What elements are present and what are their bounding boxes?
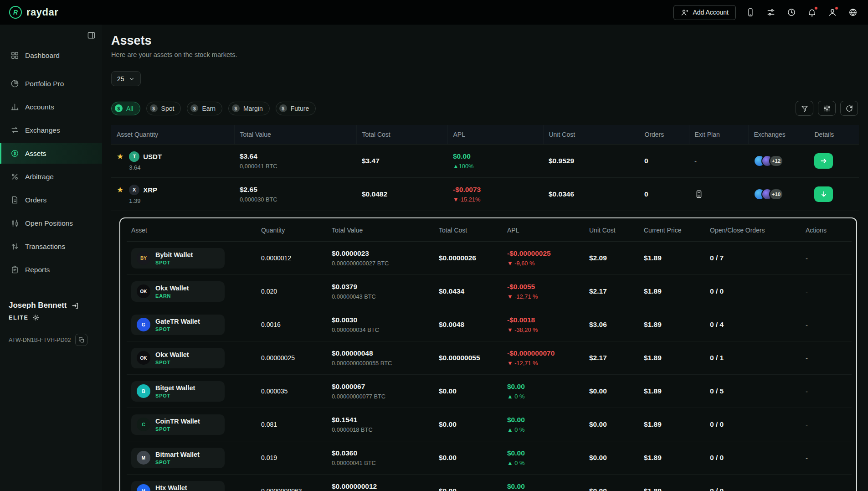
brand[interactable]: R raydar [9,6,58,19]
mobile-app-button[interactable] [745,6,756,18]
wallet-total-value-btc: 0.00000041 BTC [332,460,430,466]
filter-pill-margin[interactable]: $ Margin [228,102,270,115]
wallet-total-cost: $0.00 [439,487,498,491]
favorite-star-icon[interactable]: ★ [117,186,123,194]
exit-plan-value: - [694,157,697,165]
page-size-select[interactable]: 25 [111,71,141,86]
add-account-button[interactable]: Add Account [673,5,736,20]
sidebar-item-exchanges[interactable]: Exchanges [0,120,102,140]
wallets-table: AssetQuantityTotal ValueTotal CostAPLUni… [127,219,852,491]
wallet-name: CoinTR Wallet [155,418,200,425]
wallet-actions: - [806,487,847,491]
user-plus-icon [681,9,688,16]
wallet-actions: - [806,321,847,329]
filter-pill-earn[interactable]: $ Earn [187,102,222,115]
wallet-apl-cell: $0.00 ▲ 0 % [507,482,580,491]
wallet-name: Bitget Wallet [155,384,195,392]
wallet-type-badge: SPOT [155,426,200,432]
column-header: Details [809,125,859,145]
exchanges-avatars[interactable]: +12 [754,155,803,167]
wallet-row: M Bitmart Wallet SPOT 0.019 [127,441,852,475]
language-button[interactable] [847,6,859,18]
wallet-apl-cell: $0.00 ▲ 0 % [507,416,580,433]
sidebar-item-label: Orders [25,196,46,204]
filter-button[interactable] [796,101,813,116]
sidebar-item-label: Portfolio Pro [25,80,64,88]
assets-table-header-row: Asset QuantityTotal ValueTotal CostAPLUn… [111,125,859,145]
filter-label: All [126,105,134,112]
sidebar-item-open-positions[interactable]: Open Positions [0,213,102,233]
sidebar-collapse-button[interactable] [87,31,96,40]
sidebar-item-portfolio-pro[interactable]: Portfolio Pro [0,73,102,94]
topbar-actions: Add Account [673,5,859,20]
wallet-type-badge: SPOT [155,460,200,465]
details-button[interactable] [814,153,833,169]
account-button[interactable] [827,6,838,18]
assets-table-body: ★ T USDT 3.64 [111,145,859,211]
wallet-apl-percent: ▲ 0 % [507,393,580,400]
sliders-icon [823,104,831,113]
sidebar-item-arbitrage[interactable]: Arbitrage [0,166,102,187]
details-button[interactable] [814,186,833,202]
copy-device-id-button[interactable] [75,334,87,346]
column-header: Unit Cost [543,125,639,145]
columns-settings-button[interactable] [818,101,836,116]
sidebar-item-accounts[interactable]: Accounts [0,97,102,117]
sidebar-item-label: Accounts [25,103,54,111]
refresh-button[interactable] [840,101,858,116]
arbitrage-icon [10,172,19,181]
wallet-type-badge: SPOT [155,326,200,332]
wallet-current-price: $1.89 [644,254,701,262]
history-button[interactable] [786,6,797,18]
column-header: Total Value [234,125,356,145]
wallet-unit-cost: $0.00 [589,487,635,491]
sidebar-item-dashboard[interactable]: Dashboard [0,45,102,66]
wallet-unit-cost: $0.00 [589,454,635,462]
notifications-button[interactable] [806,6,818,18]
wallet-row: BY Bybit Wallet SPOT 0.0000012 [127,242,852,275]
favorite-star-icon[interactable]: ★ [117,153,123,160]
sidebar-item-orders[interactable]: Orders [0,190,102,210]
wallet-total-cost: $0.00 [439,420,498,429]
exit-plan-calculator-icon[interactable] [694,190,704,199]
wallet-icon: OK [137,284,150,298]
coin-icon: T [129,151,139,162]
logo-wordmark: raydar [26,6,58,18]
wallet-apl-value: $0.00 [507,449,580,457]
filter-pill-future[interactable]: $ Future [276,102,316,115]
orders-count: 0 [644,190,683,198]
wallet-total-value: $0.0030 [332,316,430,324]
topbar: R raydar Add Account [0,0,868,25]
exchanges-avatars[interactable]: +10 [754,188,803,200]
exchanges-icon [10,126,19,135]
column-header: Asset Quantity [111,125,234,145]
wallet-type-badge: SPOT [155,360,189,365]
sidebar-item-assets[interactable]: Assets [0,143,102,164]
filter-pill-spot[interactable]: $ Spot [146,102,181,115]
filter-pill-all[interactable]: $ All [111,102,140,115]
wallet-cell: G GateTR Wallet SPOT [131,315,225,335]
wallet-apl-cell: -$0.0018 ▼ -38,20 % [507,316,580,333]
sidebar-item-label: Exchanges [25,126,60,134]
sidebar-item-transactions[interactable]: Transactions [0,236,102,257]
column-header: Total Value [327,219,434,242]
total-value: $3.64 [240,152,351,160]
gear-icon[interactable] [32,314,39,321]
wallet-total-value: $0.1541 [332,416,430,424]
wallet-cell: M Bitmart Wallet SPOT [131,448,225,468]
wallet-total-cost: $0.0000026 [439,254,498,262]
wallet-open-close-orders: 0 / 0 [710,487,796,491]
arrow-icon [820,157,828,165]
unit-cost: $0.0346 [549,190,633,198]
total-cost: $0.0482 [362,190,442,198]
wallet-type-badge: SPOT [155,393,195,398]
preferences-button[interactable] [765,6,777,18]
filter-label: Spot [161,105,175,112]
sidebar-item-label: Reports [25,266,50,274]
apl-value: -$0.0073 [453,186,538,194]
wallet-actions: - [806,354,847,362]
sidebar-item-reports[interactable]: Reports [0,259,102,280]
switch-account-icon[interactable] [72,302,79,310]
wallet-icon: B [137,384,150,398]
wallet-type-badge: EARN [155,293,189,299]
